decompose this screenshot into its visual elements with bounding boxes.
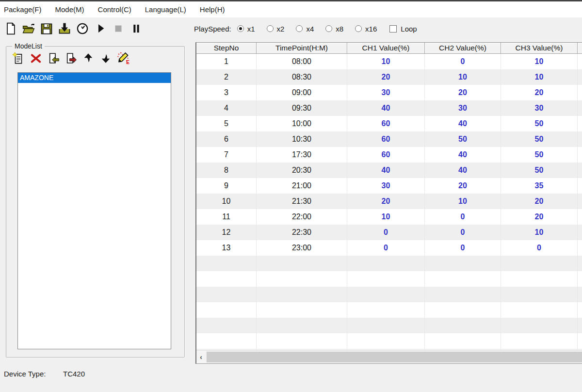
menu-item-package[interactable]: Package(F) [4,2,48,16]
save-file-button[interactable] [39,21,54,36]
table-row[interactable]: 921:00302035 [196,178,582,194]
download-to-device-button[interactable] [57,21,72,36]
table-row[interactable]: 409:30403030 [196,100,582,116]
playspeed-group: PlaySpeed: x1x2x4x8x16 Loop [194,17,417,40]
ch3-cell: 10 [501,225,578,240]
mode-listbox[interactable]: AMAZONE [17,72,171,349]
time-cell: 08:00 [257,54,347,69]
table-row[interactable]: 820:30404050 [196,163,582,178]
menu-bar: Package(F)Mode(M)Control(C)Language(L)He… [0,1,582,17]
mode-list-item[interactable]: AMAZONE [18,73,171,83]
move-down-button[interactable] [99,51,112,65]
ch2-cell: 20 [425,85,501,100]
column-header-3[interactable]: CH2 Value(%) [425,43,501,53]
empty-cell [501,256,578,271]
empty-cell [347,333,425,349]
time-sync-button[interactable] [75,21,90,36]
horizontal-scrollbar[interactable]: ‹ [196,350,582,363]
loop-label: Loop [401,25,417,33]
time-cell: 22:30 [257,225,347,240]
ch1-cell: 10 [347,209,425,225]
export-mode-button[interactable] [64,51,77,65]
move-up-icon [82,52,94,64]
ch3-cell: 50 [501,147,578,163]
empty-cell [257,333,347,349]
row-filler [578,147,582,163]
radio-x16-icon[interactable] [355,25,362,32]
menu-item-control[interactable]: Control(C) [91,2,138,16]
ch2-cell: 10 [425,69,501,85]
ch1-cell: 60 [347,147,425,163]
playspeed-option-x4[interactable]: x4 [296,25,314,33]
table-body: 108:0010010208:30201010309:00302020409:3… [196,54,582,351]
table-row[interactable]: 1122:0010020 [196,209,582,225]
menu-item-mode[interactable]: Mode(M) [48,2,91,16]
empty-row [196,271,582,287]
new-file-button[interactable] [3,21,18,36]
step-cell: 8 [196,163,257,178]
empty-cell [425,271,501,287]
column-header-2[interactable]: CH1 Value(%) [347,43,425,53]
radio-x1-icon[interactable] [237,25,244,32]
step-cell: 7 [196,147,257,163]
table-row[interactable]: 1323:00000 [196,240,582,256]
radio-x8-icon[interactable] [325,25,332,32]
empty-cell [501,318,578,333]
new-mode-button[interactable] [12,51,25,65]
play-button[interactable] [93,21,108,36]
export-mode-icon [65,52,77,65]
table-row[interactable]: 717:30604050 [196,147,582,163]
column-header-4[interactable]: CH3 Value(%) [501,43,578,53]
move-up-button[interactable] [81,51,95,65]
ch3-cell: 20 [501,194,578,209]
empty-row [196,318,582,333]
empty-cell [501,287,578,302]
table-row[interactable]: 510:00604050 [196,116,582,131]
open-file-icon [22,22,35,35]
step-cell: 13 [196,240,257,256]
empty-cell [347,256,425,271]
ch1-cell: 30 [347,178,425,194]
table-row[interactable]: 208:30201010 [196,69,582,85]
column-header-1[interactable]: TimePoint(H:M) [257,43,347,53]
ch3-cell: 10 [501,69,578,85]
row-filler [578,69,582,85]
ch2-cell: 40 [425,147,501,163]
stop-button[interactable] [111,21,126,36]
time-sync-icon [76,22,89,35]
open-file-button[interactable] [21,21,36,36]
time-cell: 10:00 [257,116,347,131]
ch3-cell: 10 [501,54,578,69]
time-cell: 09:30 [257,100,347,116]
pause-button[interactable] [129,21,144,36]
playspeed-option-x2[interactable]: x2 [267,25,285,33]
empty-cell [196,256,257,271]
table-row[interactable]: 1021:30201020 [196,194,582,209]
table-row[interactable]: 1222:300010 [196,225,582,240]
table-row[interactable]: 309:00302020 [196,85,582,100]
menu-item-language[interactable]: Language(L) [138,2,193,16]
menu-item-help[interactable]: Help(H) [193,2,232,16]
empty-cell [257,271,347,287]
import-mode-button[interactable] [47,51,60,65]
empty-cell [425,318,501,333]
playspeed-option-x16[interactable]: x16 [355,25,377,33]
playspeed-option-x8[interactable]: x8 [325,25,343,33]
playspeed-option-x1[interactable]: x1 [237,25,255,33]
table-row[interactable]: 610:30605050 [196,131,582,147]
playspeed-options: x1x2x4x8x16 [237,25,377,33]
loop-checkbox[interactable] [389,25,397,33]
column-header-0[interactable]: StepNo [196,43,257,53]
edit-mode-button[interactable]: E [116,51,129,65]
empty-cell [196,318,257,333]
radio-x2-icon[interactable] [267,25,274,32]
row-filler [578,163,582,178]
table-row[interactable]: 108:0010010 [196,54,582,69]
radio-x4-icon[interactable] [296,25,303,32]
step-cell: 10 [196,194,257,209]
loop-option[interactable]: Loop [389,25,417,33]
modelist-title: ModeList [12,42,45,50]
delete-mode-button[interactable] [29,51,42,65]
scroll-left-button[interactable]: ‹ [196,351,206,363]
scrollbar-thumb[interactable] [207,352,582,362]
